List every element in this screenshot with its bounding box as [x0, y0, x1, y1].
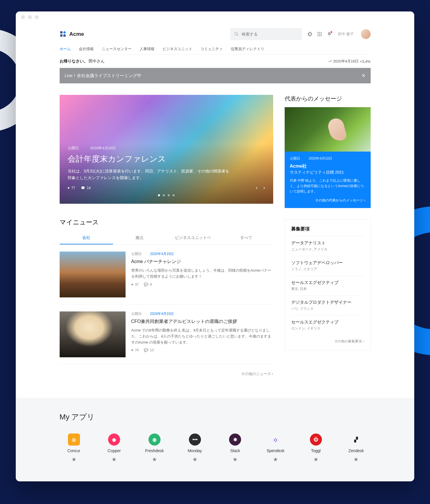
app-icon: ◍ [148, 434, 161, 446]
primary-nav: ホーム 会社情報 ニュースセンター 人事情報 ビジネスユニット コミュニティ 従… [60, 44, 371, 55]
svg-point-4 [235, 32, 237, 35]
news-item[interactable]: 公開日 2020年4月15日 Acme バナーチャレンジ 世界のいろんな場所から… [60, 245, 273, 305]
app-item[interactable]: ◎Concur★ [60, 434, 88, 463]
carousel-dot[interactable] [158, 194, 160, 196]
news-comments: 13 [150, 348, 154, 352]
job-item[interactable]: データアナリスト ニューヨーク, アメリカ [291, 236, 364, 256]
window-dot [21, 15, 25, 19]
search-box[interactable] [230, 28, 302, 40]
news-tab-all[interactable]: すべて [220, 232, 273, 244]
live-banner[interactable]: Live！全社会議ライブストリーミング中 × [60, 68, 371, 83]
app-name: Zendesk [349, 448, 364, 453]
nav-company[interactable]: 会社情報 [79, 44, 94, 54]
heart-icon[interactable]: ♥ [131, 348, 133, 352]
job-item[interactable]: ソフトウェアデベロッパー ミラノ, イタリア [291, 256, 364, 276]
news-likes: 37 [135, 283, 139, 287]
job-location: ミラノ, イタリア [291, 267, 364, 272]
more-news-link[interactable]: その他のニュース › [60, 364, 273, 383]
job-title: セールスエグゼクティブ [291, 319, 364, 325]
comment-icon[interactable]: 💬 [144, 283, 148, 287]
star-icon[interactable]: ★ [112, 456, 117, 463]
app-name: Spendesk [267, 448, 284, 453]
app-item[interactable]: ▞Zendesk★ [342, 434, 370, 463]
svg-rect-10 [319, 34, 320, 35]
svg-rect-13 [319, 35, 320, 36]
search-input[interactable] [242, 32, 298, 36]
job-location: ニューヨーク, アメリカ [291, 247, 364, 252]
news-tab-bu[interactable]: ビジネスユニットベ [166, 232, 220, 244]
browser-chrome [16, 11, 414, 23]
app-item[interactable]: ◉Copper★ [100, 434, 128, 463]
heart-icon[interactable]: ♥ [131, 283, 133, 287]
app-icon: ◎ [68, 434, 80, 446]
star-icon[interactable]: ★ [313, 456, 318, 463]
svg-marker-3 [63, 31, 66, 34]
job-location: ロンドン, イギリス [291, 326, 364, 331]
hero-card[interactable]: 公開日 2020年4月20日 会計年度末カンファレンス 当社は、3月31(火)に… [60, 95, 273, 204]
user-avatar[interactable] [361, 29, 371, 39]
news-desc: 世界のいろんな場所から写真を送信しましょう。今後は、同様の投稿をAcmeバナーを… [131, 268, 273, 280]
comment-icon[interactable]: 💬 [144, 348, 148, 352]
app-name: Freshdesk [145, 448, 164, 453]
app-item[interactable]: ◍Freshdesk★ [140, 434, 169, 463]
news-thumb [60, 311, 126, 357]
news-tab-location[interactable]: 拠点 [113, 232, 166, 244]
stock-change: +3,4% [360, 59, 370, 64]
msg-more-link[interactable]: その他の代表からのメッセージ › [290, 198, 366, 203]
app-item[interactable]: ✱Slack★ [221, 434, 249, 463]
jobs-more-link[interactable]: その他の募集要項 › [291, 339, 364, 344]
mynews-heading: マイニュース [60, 218, 273, 227]
job-item[interactable]: セールスエグゼクティブ 東京, 日本 [291, 276, 364, 295]
app-icon: ◉ [108, 434, 120, 446]
star-icon[interactable]: ★ [273, 456, 278, 463]
news-desc: Acme での8年間の勤務を終え,私は、4月末日ともって定年退職する運びとなりま… [131, 327, 273, 345]
svg-rect-2 [63, 34, 66, 37]
carousel-dot[interactable] [168, 194, 170, 196]
nav-community[interactable]: コミュニティ [200, 44, 223, 54]
apps-heading: My アプリ [60, 412, 371, 422]
app-icon: ▞ [350, 434, 362, 446]
nav-news-center[interactable]: ニュースセンター [102, 44, 132, 54]
svg-line-5 [237, 35, 238, 36]
app-item[interactable]: ⏻Toggl★ [302, 434, 330, 463]
app-item[interactable]: ◇Spendesk★ [261, 434, 290, 463]
carousel-dot[interactable] [163, 194, 165, 196]
chevron-right-icon: › [272, 372, 273, 376]
ceo-message-card[interactable]: 公開日 2020年4月10日 Acme社 サスティナビリティ目標 2021 代表… [285, 107, 371, 208]
stock-date: 2020年4月16日 [333, 59, 359, 64]
logo[interactable]: Acme [60, 31, 84, 38]
star-icon[interactable]: ★ [152, 456, 157, 463]
job-location: 東京, 日本 [291, 287, 364, 291]
carousel-prev[interactable]: ‹ [256, 185, 258, 191]
notification-badge [330, 31, 333, 34]
carousel-dot[interactable] [173, 194, 175, 196]
carousel-next[interactable]: › [263, 185, 265, 191]
job-item[interactable]: セールスエグゼクティブ ロンドン, イギリス [291, 315, 364, 335]
nav-directory[interactable]: 従業員ディレクトリ [231, 44, 264, 54]
job-title: デジタルプロダクトデザイナー [291, 300, 364, 305]
news-tab-company[interactable]: 会社 [60, 232, 113, 244]
app-name: Toggl [311, 448, 320, 453]
job-item[interactable]: デジタルプロダクトデザイナー パリ, フランス [291, 295, 364, 315]
svg-rect-1 [60, 34, 62, 37]
user-name-label: 田中 雅子 [338, 32, 354, 37]
ceo-message-image [285, 107, 371, 152]
msg-date: 2020年4月10日 [309, 156, 333, 161]
svg-rect-11 [321, 34, 322, 35]
star-icon[interactable]: ★ [192, 456, 198, 463]
notifications-button[interactable] [327, 31, 332, 37]
star-icon[interactable]: ★ [71, 456, 77, 463]
comment-icon[interactable]: 💬 [81, 186, 85, 190]
star-icon[interactable]: ★ [232, 456, 238, 463]
settings-button[interactable] [307, 31, 313, 37]
apps-grid-button[interactable] [317, 31, 322, 37]
app-item[interactable]: ⦁⦁⦁Monday★ [181, 434, 209, 463]
news-item[interactable]: 公開日 2020年4月10日 CFO兼共同創業者アデルビスレットの退職のご挨拶 … [60, 305, 273, 364]
close-icon[interactable]: × [362, 72, 366, 79]
nav-business-unit[interactable]: ビジネスユニット [163, 44, 192, 54]
nav-hr[interactable]: 人事情報 [140, 44, 155, 54]
star-icon[interactable]: ★ [353, 456, 359, 463]
nav-home[interactable]: ホーム [60, 44, 71, 54]
news-date: 2020年4月15日 [150, 252, 174, 256]
heart-icon[interactable]: ♥ [68, 186, 70, 190]
